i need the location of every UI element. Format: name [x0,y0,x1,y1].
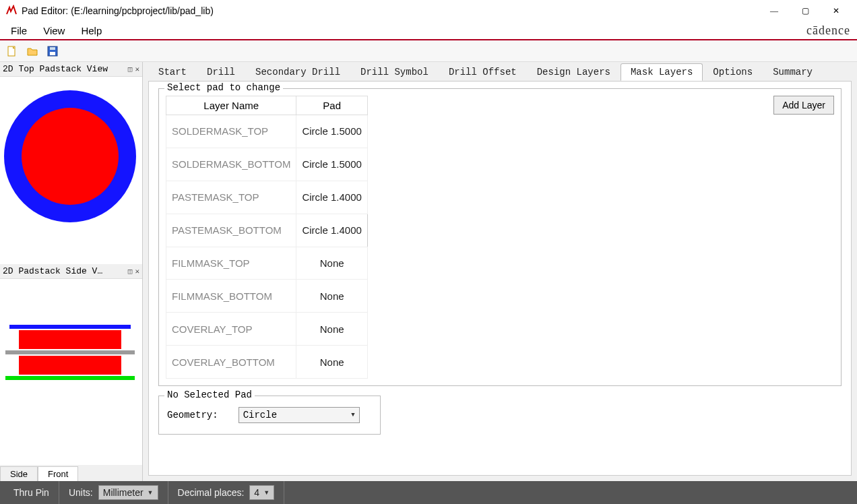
right-content: Start Drill Secondary Drill Drill Symbol… [143,62,857,481]
tab-secondary-drill[interactable]: Secondary Drill [245,63,350,81]
svg-rect-10 [5,376,135,380]
layer-name-cell: FILMMASK_TOP [166,247,296,280]
panel-close-icon[interactable]: ✕ [135,65,139,73]
units-label: Units: [69,487,93,498]
layer-name-cell: COVERLAY_BOTTOM [166,346,296,379]
chevron-down-icon: ▼ [351,412,354,418]
units-select[interactable]: Millimeter ▼ [98,485,158,500]
tab-summary[interactable]: Summary [763,63,823,81]
tab-content: Select pad to change Layer Name Pad SOLD… [148,81,852,476]
table-row[interactable]: SOLDERMASK_BOTTOMCircle 1.5000 [166,148,368,181]
tab-design-layers[interactable]: Design Layers [527,63,621,81]
geometry-label: Geometry: [167,410,218,420]
select-pad-legend: Select pad to change [164,82,283,93]
menubar: File View Help [3,22,110,39]
svg-rect-3 [50,47,55,50]
panel-float-icon[interactable]: ◫ [128,267,133,276]
svg-rect-2 [50,52,55,55]
close-button[interactable]: ✕ [821,0,852,22]
col-pad: Pad [296,96,367,115]
window-controls: — ▢ ✕ [759,0,852,22]
tab-start[interactable]: Start [148,63,197,81]
status-pin-type: Thru Pin [4,481,59,504]
statusbar: Thru Pin Units: Millimeter ▼ Decimal pla… [0,481,857,504]
pad-cell[interactable]: None [296,346,367,379]
table-row[interactable]: FILMMASK_TOPNone [166,247,368,280]
tab-options[interactable]: Options [703,63,763,81]
table-row[interactable]: SOLDERMASK_TOPCircle 1.5000 [166,115,368,148]
tab-mask-layers[interactable]: Mask Layers [621,63,703,81]
menu-help[interactable]: Help [73,22,110,39]
layer-name-cell: COVERLAY_TOP [166,313,296,346]
tab-drill-offset[interactable]: Drill Offset [439,63,527,81]
pad-cell[interactable]: Circle 1.5000 [296,148,367,181]
tab-drill-symbol[interactable]: Drill Symbol [350,63,439,81]
top-padstack-preview [3,82,137,230]
side-tab-side[interactable]: Side [0,466,38,481]
panel-float-icon[interactable]: ◫ [128,65,133,73]
layer-name-cell: SOLDERMASK_TOP [166,115,296,148]
toolbar [0,40,857,62]
layer-name-cell: PASTEMASK_TOP [166,181,296,214]
table-row[interactable]: COVERLAY_TOPNone [166,313,368,346]
menubar-row: File View Help cādence [0,22,857,40]
table-row[interactable]: COVERLAY_BOTTOMNone [166,346,368,379]
geometry-select[interactable]: Circle ▼ [239,407,360,423]
layer-name-cell: SOLDERMASK_BOTTOM [166,148,296,181]
top-padstack-view-panel: 2D Top Padstack View ◫ ✕ [0,62,142,264]
table-row[interactable]: FILMMASK_BOTTOMNone [166,280,368,313]
side-view-tabs: Side Front [0,465,142,481]
brand-logo: cādence [806,24,854,38]
side-tab-front[interactable]: Front [38,466,78,481]
col-layer-name: Layer Name [166,96,296,115]
svg-rect-8 [5,350,135,354]
new-file-icon[interactable] [5,44,19,58]
side-padstack-view-panel: 2D Padstack Side V… ◫ ✕ Side Front [0,264,142,481]
main-area: 2D Top Padstack View ◫ ✕ 2D Padstack Sid… [0,62,857,481]
layer-name-cell: PASTEMASK_BOTTOM [166,214,296,247]
chevron-down-icon: ▼ [148,489,154,496]
pad-cell[interactable]: None [296,280,367,313]
layer-name-cell: FILMMASK_BOTTOM [166,280,296,313]
geometry-value: Circle [243,410,277,420]
top-view-title: 2D Top Padstack View [3,64,108,74]
layer-table: Layer Name Pad SOLDERMASK_TOPCircle 1.50… [166,96,368,379]
svg-rect-9 [19,356,121,375]
pad-cell[interactable]: Circle 1.4000 [296,214,367,247]
menu-file[interactable]: File [3,22,35,39]
save-file-icon[interactable] [46,44,59,58]
side-view-title: 2D Padstack Side V… [3,266,102,276]
panel-close-icon[interactable]: ✕ [135,267,139,276]
decimal-select[interactable]: 4 ▼ [249,485,274,500]
pad-cell[interactable]: None [296,313,367,346]
pad-cell[interactable]: Circle 1.4000 [296,181,367,214]
pad-cell[interactable]: None [296,247,367,280]
side-padstack-preview [3,298,137,433]
svg-rect-7 [19,330,121,349]
svg-rect-6 [9,325,131,329]
decimal-label: Decimal places: [178,487,245,498]
top-view-header: 2D Top Padstack View ◫ ✕ [0,62,142,77]
no-selected-pad-fieldset: No Selected Pad Geometry: Circle ▼ [158,396,381,435]
select-pad-fieldset: Select pad to change Layer Name Pad SOLD… [158,88,842,386]
open-file-icon[interactable] [26,44,39,58]
minimize-button[interactable]: — [759,0,790,22]
app-icon [5,5,18,17]
side-view-header: 2D Padstack Side V… ◫ ✕ [0,264,142,279]
table-row[interactable]: PASTEMASK_TOPCircle 1.4000 [166,181,368,214]
window-title: Pad Editor: (E:/learning/pcbproject/lib/… [22,5,759,16]
menu-view[interactable]: View [35,22,73,39]
decimal-value: 4 [254,487,259,498]
titlebar: Pad Editor: (E:/learning/pcbproject/lib/… [0,0,857,22]
pad-cell[interactable]: Circle 1.5000 [296,115,367,148]
tab-drill[interactable]: Drill [197,63,245,81]
table-row[interactable]: PASTEMASK_BOTTOMCircle 1.4000 [166,214,368,247]
units-value: Millimeter [103,487,144,498]
main-tabs: Start Drill Secondary Drill Drill Symbol… [143,62,857,81]
left-panels: 2D Top Padstack View ◫ ✕ 2D Padstack Sid… [0,62,143,481]
chevron-down-icon: ▼ [263,489,269,496]
svg-point-5 [22,108,119,205]
add-layer-button[interactable]: Add Layer [773,96,834,115]
maximize-button[interactable]: ▢ [790,0,821,22]
no-selected-pad-legend: No Selected Pad [164,389,255,400]
